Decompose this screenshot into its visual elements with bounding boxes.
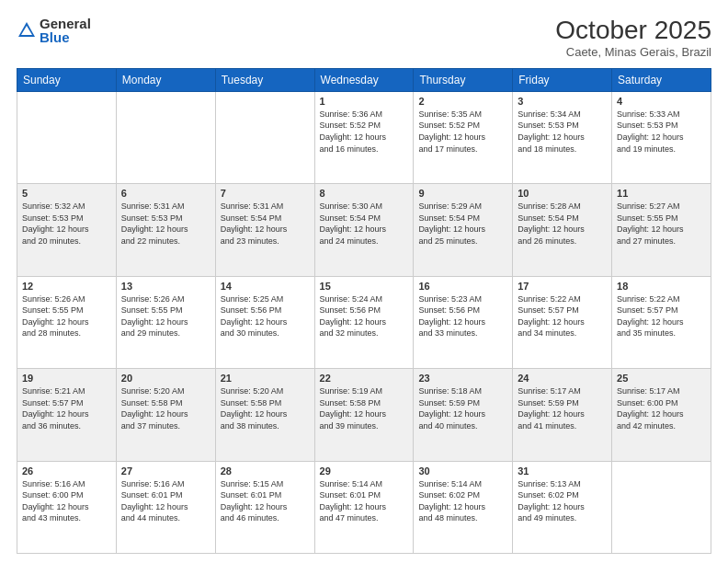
col-friday: Friday (513, 68, 612, 91)
day-info: Sunrise: 5:35 AM Sunset: 5:52 PM Dayligh… (418, 109, 507, 155)
day-number: 7 (221, 188, 310, 199)
day-number: 27 (121, 465, 210, 477)
calendar-cell: 22Sunrise: 5:19 AM Sunset: 5:58 PM Dayli… (314, 369, 414, 461)
day-info: Sunrise: 5:31 AM Sunset: 5:53 PM Dayligh… (121, 201, 210, 247)
calendar-cell: 28Sunrise: 5:15 AM Sunset: 6:01 PM Dayli… (215, 461, 314, 553)
calendar-cell: 23Sunrise: 5:18 AM Sunset: 5:59 PM Dayli… (414, 369, 513, 461)
calendar-cell: 11Sunrise: 5:27 AM Sunset: 5:55 PM Dayli… (612, 184, 711, 276)
calendar-cell: 4Sunrise: 5:33 AM Sunset: 5:53 PM Daylig… (612, 91, 711, 183)
day-info: Sunrise: 5:20 AM Sunset: 5:58 PM Dayligh… (221, 385, 310, 431)
calendar-cell: 8Sunrise: 5:30 AM Sunset: 5:54 PM Daylig… (314, 184, 414, 276)
day-number: 16 (418, 281, 507, 292)
day-number: 24 (518, 373, 607, 384)
location: Caete, Minas Gerais, Brazil (555, 45, 711, 59)
day-info: Sunrise: 5:34 AM Sunset: 5:53 PM Dayligh… (518, 109, 607, 155)
day-number: 21 (221, 373, 310, 384)
day-info: Sunrise: 5:24 AM Sunset: 5:56 PM Dayligh… (320, 293, 409, 339)
month-title: October 2025 (555, 17, 711, 45)
day-info: Sunrise: 5:26 AM Sunset: 5:55 PM Dayligh… (22, 293, 111, 339)
calendar-week-5: 26Sunrise: 5:16 AM Sunset: 6:00 PM Dayli… (17, 461, 711, 553)
col-saturday: Saturday (612, 68, 711, 91)
calendar-week-1: 1Sunrise: 5:36 AM Sunset: 5:52 PM Daylig… (17, 91, 711, 183)
calendar-cell: 9Sunrise: 5:29 AM Sunset: 5:54 PM Daylig… (414, 184, 513, 276)
day-info: Sunrise: 5:25 AM Sunset: 5:56 PM Dayligh… (221, 293, 310, 339)
day-number: 15 (320, 281, 409, 292)
day-info: Sunrise: 5:15 AM Sunset: 6:01 PM Dayligh… (221, 478, 310, 524)
calendar-cell: 31Sunrise: 5:13 AM Sunset: 6:02 PM Dayli… (513, 461, 612, 553)
day-number: 31 (518, 465, 607, 477)
day-number: 30 (418, 465, 507, 477)
day-number: 19 (22, 373, 111, 384)
calendar-body: 1Sunrise: 5:36 AM Sunset: 5:52 PM Daylig… (17, 91, 711, 553)
title-block: October 2025 Caete, Minas Gerais, Brazil (555, 17, 711, 59)
day-number: 17 (518, 281, 607, 292)
day-info: Sunrise: 5:31 AM Sunset: 5:54 PM Dayligh… (221, 201, 310, 247)
day-number: 13 (121, 281, 210, 292)
calendar-cell: 3Sunrise: 5:34 AM Sunset: 5:53 PM Daylig… (513, 91, 612, 183)
calendar-cell: 17Sunrise: 5:22 AM Sunset: 5:57 PM Dayli… (513, 276, 612, 368)
header-row: Sunday Monday Tuesday Wednesday Thursday… (17, 68, 711, 91)
day-number: 4 (617, 96, 706, 107)
day-number: 5 (22, 188, 111, 199)
day-info: Sunrise: 5:32 AM Sunset: 5:53 PM Dayligh… (22, 201, 111, 247)
calendar-header: Sunday Monday Tuesday Wednesday Thursday… (17, 68, 711, 91)
day-info: Sunrise: 5:22 AM Sunset: 5:57 PM Dayligh… (617, 293, 706, 339)
col-wednesday: Wednesday (314, 68, 414, 91)
calendar-cell (612, 461, 711, 553)
day-number: 11 (617, 188, 706, 199)
day-number: 18 (617, 281, 706, 292)
calendar-cell: 12Sunrise: 5:26 AM Sunset: 5:55 PM Dayli… (17, 276, 117, 368)
calendar-cell (116, 91, 215, 183)
calendar-cell: 29Sunrise: 5:14 AM Sunset: 6:01 PM Dayli… (314, 461, 414, 553)
day-number: 26 (22, 465, 111, 477)
day-info: Sunrise: 5:17 AM Sunset: 6:00 PM Dayligh… (617, 385, 706, 431)
day-number: 1 (320, 96, 409, 107)
calendar-cell (17, 91, 117, 183)
calendar-cell: 21Sunrise: 5:20 AM Sunset: 5:58 PM Dayli… (215, 369, 314, 461)
calendar-cell: 16Sunrise: 5:23 AM Sunset: 5:56 PM Dayli… (414, 276, 513, 368)
day-number: 2 (418, 96, 507, 107)
day-info: Sunrise: 5:21 AM Sunset: 5:57 PM Dayligh… (22, 385, 111, 431)
day-info: Sunrise: 5:18 AM Sunset: 5:59 PM Dayligh… (418, 385, 507, 431)
calendar-cell: 10Sunrise: 5:28 AM Sunset: 5:54 PM Dayli… (513, 184, 612, 276)
day-number: 3 (518, 96, 607, 107)
calendar-cell: 5Sunrise: 5:32 AM Sunset: 5:53 PM Daylig… (17, 184, 117, 276)
logo-icon (17, 20, 37, 40)
calendar-cell: 26Sunrise: 5:16 AM Sunset: 6:00 PM Dayli… (17, 461, 117, 553)
logo-text: General Blue (40, 17, 91, 44)
day-number: 20 (121, 373, 210, 384)
calendar-week-4: 19Sunrise: 5:21 AM Sunset: 5:57 PM Dayli… (17, 369, 711, 461)
calendar-cell: 27Sunrise: 5:16 AM Sunset: 6:01 PM Dayli… (116, 461, 215, 553)
day-number: 23 (418, 373, 507, 384)
day-info: Sunrise: 5:20 AM Sunset: 5:58 PM Dayligh… (121, 385, 210, 431)
header: General Blue October 2025 Caete, Minas G… (17, 17, 711, 59)
day-info: Sunrise: 5:16 AM Sunset: 6:00 PM Dayligh… (22, 478, 111, 524)
calendar-cell: 7Sunrise: 5:31 AM Sunset: 5:54 PM Daylig… (215, 184, 314, 276)
logo-blue: Blue (40, 30, 91, 44)
day-info: Sunrise: 5:36 AM Sunset: 5:52 PM Dayligh… (320, 109, 409, 155)
calendar-cell: 25Sunrise: 5:17 AM Sunset: 6:00 PM Dayli… (612, 369, 711, 461)
col-tuesday: Tuesday (215, 68, 314, 91)
calendar-cell (215, 91, 314, 183)
day-info: Sunrise: 5:14 AM Sunset: 6:01 PM Dayligh… (320, 478, 409, 524)
calendar-cell: 30Sunrise: 5:14 AM Sunset: 6:02 PM Dayli… (414, 461, 513, 553)
day-number: 6 (121, 188, 210, 199)
day-info: Sunrise: 5:28 AM Sunset: 5:54 PM Dayligh… (518, 201, 607, 247)
page: General Blue October 2025 Caete, Minas G… (0, 0, 728, 563)
logo-general: General (40, 17, 91, 30)
day-info: Sunrise: 5:33 AM Sunset: 5:53 PM Dayligh… (617, 109, 706, 155)
calendar-table: Sunday Monday Tuesday Wednesday Thursday… (17, 68, 711, 554)
day-number: 10 (518, 188, 607, 199)
day-number: 8 (320, 188, 409, 199)
calendar-cell: 20Sunrise: 5:20 AM Sunset: 5:58 PM Dayli… (116, 369, 215, 461)
calendar-cell: 15Sunrise: 5:24 AM Sunset: 5:56 PM Dayli… (314, 276, 414, 368)
calendar-week-3: 12Sunrise: 5:26 AM Sunset: 5:55 PM Dayli… (17, 276, 711, 368)
col-monday: Monday (116, 68, 215, 91)
day-number: 9 (418, 188, 507, 199)
day-info: Sunrise: 5:27 AM Sunset: 5:55 PM Dayligh… (617, 201, 706, 247)
calendar-week-2: 5Sunrise: 5:32 AM Sunset: 5:53 PM Daylig… (17, 184, 711, 276)
calendar-cell: 18Sunrise: 5:22 AM Sunset: 5:57 PM Dayli… (612, 276, 711, 368)
calendar-cell: 19Sunrise: 5:21 AM Sunset: 5:57 PM Dayli… (17, 369, 117, 461)
day-info: Sunrise: 5:30 AM Sunset: 5:54 PM Dayligh… (320, 201, 409, 247)
day-info: Sunrise: 5:13 AM Sunset: 6:02 PM Dayligh… (518, 478, 607, 524)
